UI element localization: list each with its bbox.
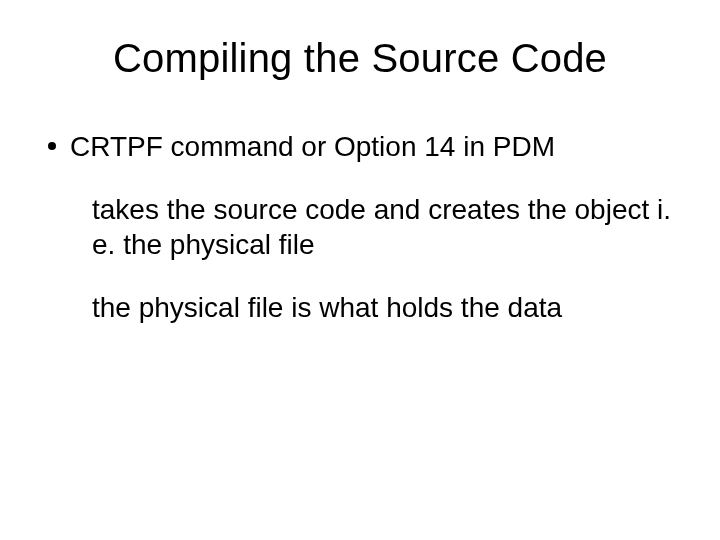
bullet-icon [48,142,56,150]
bullet-subtext: takes the source code and creates the ob… [92,192,672,262]
slide-title: Compiling the Source Code [48,36,672,81]
bullet-subtext: the physical file is what holds the data [92,290,672,325]
slide-body: CRTPF command or Option 14 in PDM takes … [48,129,672,325]
bullet-item: CRTPF command or Option 14 in PDM [48,129,672,164]
slide: Compiling the Source Code CRTPF command … [0,0,720,540]
bullet-text: CRTPF command or Option 14 in PDM [70,129,672,164]
